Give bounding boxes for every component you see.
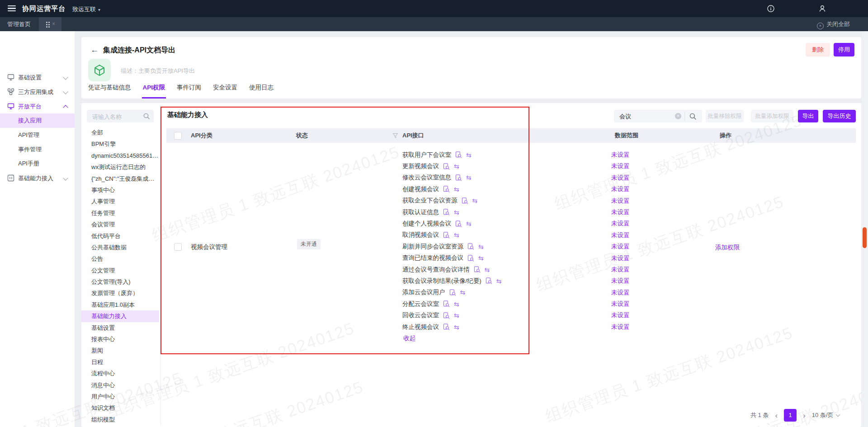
page-size-select[interactable]: 10 条/页 xyxy=(812,411,840,419)
delete-button[interactable]: 删除 xyxy=(806,43,830,56)
api-swap-icon[interactable]: ⇆ xyxy=(466,221,472,227)
api-doc-icon[interactable] xyxy=(462,197,468,204)
api-doc-icon[interactable] xyxy=(443,163,450,170)
api-doc-icon[interactable] xyxy=(449,289,456,296)
sidebar-subitem-api-management[interactable]: API管理 xyxy=(0,128,75,142)
add-permission-link[interactable]: 添加权限 xyxy=(715,244,740,252)
collapse-link[interactable]: 收起 xyxy=(403,333,415,344)
tab[interactable]: 安全设置 xyxy=(212,84,238,99)
api-swap-icon[interactable]: ⇆ xyxy=(454,186,459,192)
export-button[interactable]: 导出 xyxy=(798,110,818,122)
data-range-link[interactable]: 未设置 xyxy=(611,241,630,252)
api-search-input[interactable] xyxy=(618,112,672,122)
category-item[interactable]: 流程中心 xyxy=(81,368,159,379)
page-number[interactable]: 1 xyxy=(784,409,797,422)
data-range-link[interactable]: 未设置 xyxy=(611,160,630,172)
category-item[interactable]: 新闻 xyxy=(81,345,159,356)
api-doc-icon[interactable] xyxy=(486,277,492,284)
sidebar-subitem-event-management[interactable]: 事件管理 xyxy=(0,142,75,157)
category-item[interactable]: 公文管理(导入) xyxy=(81,276,159,287)
category-item[interactable]: 日程 xyxy=(81,357,159,368)
api-swap-icon[interactable]: ⇆ xyxy=(485,267,490,273)
api-doc-icon[interactable] xyxy=(455,174,462,181)
api-doc-icon[interactable] xyxy=(467,255,474,262)
api-doc-icon[interactable] xyxy=(467,243,474,250)
api-swap-icon[interactable]: ⇆ xyxy=(472,197,478,204)
prev-page-icon[interactable]: ‹ xyxy=(775,412,778,419)
api-doc-icon[interactable] xyxy=(443,209,450,216)
data-range-link[interactable]: 未设置 xyxy=(611,298,630,310)
scrollbar-thumb[interactable] xyxy=(863,227,867,248)
tab-admin-home[interactable]: 管理首页 xyxy=(7,17,31,31)
info-icon[interactable] xyxy=(767,5,775,13)
user-icon[interactable] xyxy=(818,5,826,13)
tab-current[interactable]: × xyxy=(39,17,61,31)
api-doc-icon[interactable] xyxy=(443,312,450,319)
api-swap-icon[interactable]: ⇆ xyxy=(454,312,459,319)
tab[interactable]: 使用日志 xyxy=(248,84,274,99)
row-checkbox[interactable] xyxy=(174,243,182,251)
next-page-icon[interactable]: › xyxy=(803,412,806,419)
api-swap-icon[interactable]: ⇆ xyxy=(478,255,484,261)
disable-button[interactable]: 停用 xyxy=(834,43,854,56)
data-range-link[interactable]: 未设置 xyxy=(611,149,630,160)
filter-funnel-icon[interactable] xyxy=(392,133,398,139)
api-doc-icon[interactable] xyxy=(443,232,450,239)
category-item[interactable]: 事项中心 xyxy=(81,184,159,196)
export-history-button[interactable]: 导出历史 xyxy=(823,110,856,122)
data-range-link[interactable]: 未设置 xyxy=(611,287,630,298)
category-item[interactable]: BPM引擎 xyxy=(81,138,159,150)
sidebar-subitem-api-manual[interactable]: API手册 xyxy=(0,156,75,171)
data-range-link[interactable]: 未设置 xyxy=(611,172,630,183)
api-doc-icon[interactable] xyxy=(443,186,450,192)
back-arrow-icon[interactable]: ← xyxy=(90,45,99,55)
scrollbar[interactable] xyxy=(862,31,868,427)
category-search-input[interactable] xyxy=(91,112,143,122)
category-item[interactable]: 全部 xyxy=(81,127,159,138)
api-doc-icon[interactable] xyxy=(455,221,462,227)
org-switcher[interactable]: 致远互联▾ xyxy=(72,5,100,14)
api-swap-icon[interactable]: ⇆ xyxy=(454,232,459,238)
category-item[interactable]: 报表中心 xyxy=(81,333,159,345)
data-range-link[interactable]: 未设置 xyxy=(611,206,630,218)
batch-remove-button[interactable]: 批量移除权限 xyxy=(706,110,744,122)
category-item[interactable]: 任务管理 xyxy=(81,207,159,219)
category-item[interactable]: 消息中心 xyxy=(81,380,159,391)
data-range-link[interactable]: 未设置 xyxy=(611,183,630,195)
api-swap-icon[interactable]: ⇆ xyxy=(466,174,472,181)
menu-icon[interactable] xyxy=(8,5,16,11)
tab[interactable]: 事件订阅 xyxy=(176,84,202,99)
category-item[interactable]: 低代码平台 xyxy=(81,230,159,242)
data-range-link[interactable]: 未设置 xyxy=(611,253,630,264)
api-swap-icon[interactable]: ⇆ xyxy=(454,301,459,307)
category-item[interactable]: 基础应用1.0副本 xyxy=(81,299,159,310)
data-range-link[interactable]: 未设置 xyxy=(611,310,630,321)
category-item[interactable]: dynamic50351458556146... xyxy=(81,150,159,161)
api-swap-icon[interactable]: ⇆ xyxy=(460,289,466,296)
category-item[interactable]: 基础设置 xyxy=(81,322,159,333)
api-doc-icon[interactable] xyxy=(443,300,450,307)
api-doc-icon[interactable] xyxy=(455,151,462,158)
category-item[interactable]: 基础能力接入 xyxy=(81,310,159,322)
category-item[interactable]: 发票管理（废弃） xyxy=(81,287,159,299)
category-item[interactable]: 会议管理 xyxy=(81,219,159,230)
api-swap-icon[interactable]: ⇆ xyxy=(454,163,459,169)
category-item[interactable]: 组织模型 xyxy=(81,414,159,425)
category-item[interactable]: 公共基础数据 xyxy=(81,242,159,253)
category-item[interactable]: {"zh_CN":"王俊磊集成应用"} xyxy=(81,173,159,184)
api-swap-icon[interactable]: ⇆ xyxy=(454,209,459,216)
data-range-link[interactable]: 未设置 xyxy=(611,275,630,286)
tab[interactable]: 凭证与基础信息 xyxy=(87,84,132,99)
sidebar-item-basic-settings[interactable]: 基础设置 xyxy=(0,70,75,84)
sidebar-item-open-platform[interactable]: 开放平台 xyxy=(0,99,75,113)
close-all-button[interactable]: ×关闭全部 xyxy=(817,17,850,31)
sidebar-item-capability-access[interactable]: 基础能力接入 xyxy=(0,171,75,185)
category-item[interactable]: 用户中心 xyxy=(81,391,159,402)
data-range-link[interactable]: 未设置 xyxy=(611,195,630,206)
sidebar-subitem-access-app[interactable]: 接入应用 xyxy=(0,113,75,128)
search-icon[interactable] xyxy=(143,113,150,120)
data-range-link[interactable]: 未设置 xyxy=(611,321,630,333)
category-item[interactable]: wx测试运行态日志的 xyxy=(81,161,159,173)
api-swap-icon[interactable]: ⇆ xyxy=(454,324,459,330)
category-item[interactable]: 人事管理 xyxy=(81,196,159,207)
